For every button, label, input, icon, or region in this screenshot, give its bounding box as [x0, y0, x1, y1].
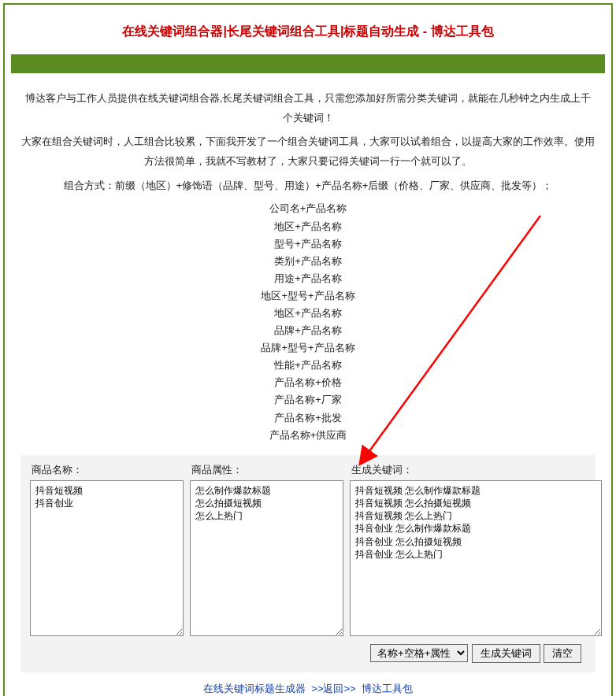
combo-line: 品牌+产品名称	[20, 322, 596, 339]
description: 博达客户与工作人员提供在线关键词组合器,长尾关键词组合工具，只需您添加好所需分类…	[5, 89, 611, 444]
page-title: 在线关键词组合器|长尾关键词组合工具|标题自动生成 - 博达工具包	[5, 5, 611, 54]
footer-link-toolkit[interactable]: 博达工具包	[362, 683, 413, 694]
attr-label: 商品属性：	[190, 463, 343, 477]
combo-line: 产品名称+供应商	[20, 427, 596, 444]
columns: 商品名称： 商品属性： 生成关键词：	[30, 463, 586, 636]
footer-link-generator[interactable]: 在线关键词标题生成器	[203, 683, 306, 694]
desc-paragraph-2: 大家在组合关键词时，人工组合比较累，下面我开发了一个组合关键词工具，大家可以试着…	[20, 132, 596, 171]
clear-button[interactable]: 清空	[544, 644, 581, 663]
header-divider	[11, 54, 605, 73]
result-label: 生成关键词：	[350, 463, 602, 477]
combo-line: 产品名称+价格	[20, 374, 596, 391]
combo-line: 地区+产品名称	[20, 305, 596, 322]
name-label: 商品名称：	[30, 463, 184, 477]
combo-line: 用途+产品名称	[20, 270, 596, 287]
combo-intro: 组合方式：前缀（地区）+修饰语（品牌、型号、用途）+产品名称+后缀（价格、厂家、…	[20, 176, 596, 196]
footer: 在线关键词标题生成器 >>返回>> 博达工具包	[5, 682, 611, 696]
mode-select[interactable]: 名称+空格+属性	[370, 644, 468, 662]
combo-line: 类别+产品名称	[20, 253, 596, 270]
combo-line: 公司名+产品名称	[20, 200, 596, 217]
combo-line: 产品名称+厂家	[20, 391, 596, 409]
combo-line: 性能+产品名称	[20, 357, 596, 374]
name-textarea[interactable]	[30, 480, 184, 636]
generate-button[interactable]: 生成关键词	[472, 644, 540, 663]
combo-line: 品牌+型号+产品名称	[20, 339, 596, 357]
column-result: 生成关键词：	[350, 463, 602, 636]
combo-line: 地区+型号+产品名称	[20, 287, 596, 305]
result-textarea[interactable]	[350, 480, 602, 636]
column-name: 商品名称：	[30, 463, 184, 636]
form-panel: 商品名称： 商品属性： 生成关键词： 名称+空格+属性 生成关键词 清空	[20, 455, 596, 672]
app-container: 在线关键词组合器|长尾关键词组合工具|标题自动生成 - 博达工具包 博达客户与工…	[3, 3, 613, 696]
combo-line: 产品名称+批发	[20, 409, 596, 427]
controls-row: 名称+空格+属性 生成关键词 清空	[30, 644, 586, 663]
combo-line: 地区+产品名称	[20, 218, 596, 235]
footer-separator: >>返回>>	[311, 683, 355, 694]
desc-paragraph-1: 博达客户与工作人员提供在线关键词组合器,长尾关键词组合工具，只需您添加好所需分类…	[20, 89, 596, 128]
attr-textarea[interactable]	[190, 480, 343, 636]
combo-list: 公司名+产品名称地区+产品名称型号+产品名称类别+产品名称用途+产品名称地区+型…	[20, 200, 596, 443]
column-attr: 商品属性：	[190, 463, 343, 636]
combo-line: 型号+产品名称	[20, 235, 596, 253]
